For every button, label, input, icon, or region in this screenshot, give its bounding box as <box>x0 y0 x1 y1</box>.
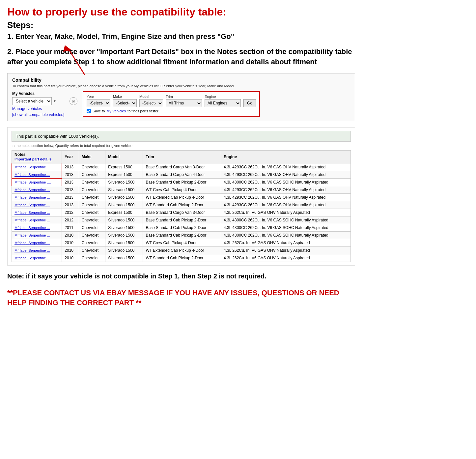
year-cell: 2010 <box>62 231 79 239</box>
engine-cell: 4.3L 4293CC 262Cu. In. V6 GAS OHV Natura… <box>221 201 351 209</box>
notes-cell[interactable]: Mfrlabel:Serpentine .... <box>12 178 62 186</box>
table-row: Mfrlabel:Serpentine ... 2013 Chevrolet S… <box>12 186 351 193</box>
main-title: How to properly use the compatibility ta… <box>7 6 355 18</box>
notes-cell[interactable]: Mfrlabel:Serpentine ... <box>12 246 62 254</box>
notes-cell[interactable]: Mfrlabel:Serpentine ... <box>12 209 62 216</box>
year-cell: 2012 <box>62 216 79 224</box>
engine-cell: 4.3L 4293CC 262Cu. In. V6 GAS OHV Natura… <box>221 163 351 171</box>
make-cell: Chevrolet <box>79 224 105 231</box>
table-row: Mfrlabel:Serpentine ... 2012 Chevrolet S… <box>12 216 351 224</box>
year-cell: 2013 <box>62 171 79 178</box>
ymm-form: Year -Select- Make -Select- Mo <box>83 91 260 117</box>
notes-cell[interactable]: Mfrlabel:Serpentine ... <box>12 186 62 193</box>
compat-subtitle: To confirm that this part fits your vehi… <box>12 84 350 88</box>
dropdown-arrow-icon: ▼ <box>53 99 56 103</box>
trim-field: Trim All Trims <box>166 95 202 107</box>
model-cell: Silverado 1500 <box>105 193 143 201</box>
save-checkbox-row: Save to My Vehicles to finds parts faste… <box>87 109 256 113</box>
trim-cell: WT Extended Cab Pickup 4-Door <box>143 246 221 254</box>
make-cell: Chevrolet <box>79 171 105 178</box>
table-row: Mfrlabel:Serpentine ... 2011 Chevrolet S… <box>12 224 351 231</box>
make-select[interactable]: -Select- <box>113 99 137 107</box>
notes-cell[interactable]: Mfrlabel:Serpentine ... <box>12 231 62 239</box>
model-cell: Silverado 1500 <box>105 178 143 186</box>
trim-cell: Base Standard Cargo Van 4-Door <box>143 171 221 178</box>
engine-cell: 4.3L 4300CC 262Cu. In. V6 GAS SOHC Natur… <box>221 178 351 186</box>
make-cell: Chevrolet <box>79 163 105 171</box>
trim-cell: Base Standard Cab Pickup 2-Door <box>143 216 221 224</box>
make-cell: Chevrolet <box>79 193 105 201</box>
notes-cell[interactable]: Mfrlabel:Serpentine ... <box>12 201 62 209</box>
trim-cell: Base Standard Cab Pickup 2-Door <box>143 231 221 239</box>
model-cell: Silverado 1500 <box>105 246 143 254</box>
model-select[interactable]: -Select- <box>139 99 163 107</box>
notes-cell[interactable]: Mfrlabel:Serpentine ... <box>12 216 62 224</box>
engine-field: Engine All Engines <box>205 95 241 107</box>
year-cell: 2013 <box>62 178 79 186</box>
show-all-link[interactable]: [show all compatible vehicles] <box>12 112 64 117</box>
model-cell: Express 1500 <box>105 163 143 171</box>
trim-cell: WT Standard Cab Pickup 2-Door <box>143 254 221 262</box>
notes-cell[interactable]: Mfrlabel:Serpentine ... <box>12 193 62 201</box>
year-cell: 2010 <box>62 246 79 254</box>
engine-cell: 4.3L 4293CC 262Cu. In. V6 GAS OHV Natura… <box>221 171 351 178</box>
year-cell: 2011 <box>62 224 79 231</box>
or-circle: or <box>70 97 77 105</box>
model-header: Model <box>105 150 143 163</box>
make-cell: Chevrolet <box>79 178 105 186</box>
table-row: Mfrlabel:Serpentine ... 2013 Chevrolet S… <box>12 193 351 201</box>
notes-cell[interactable]: Mfrlabel:Serpentine ... <box>12 254 62 262</box>
year-cell: 2013 <box>62 163 79 171</box>
notes-cell[interactable]: Mfrlabel:Serpentine .... <box>12 163 62 171</box>
model-cell: Silverado 1500 <box>105 201 143 209</box>
notes-cell[interactable]: Mfrlabel:Serpentine ... <box>12 224 62 231</box>
compatibility-table: Notes Important part details Year Make M… <box>12 150 351 262</box>
trim-cell: Base Standard Cargo Van 3-Door <box>143 209 221 216</box>
make-cell: Chevrolet <box>79 201 105 209</box>
manage-vehicles-link[interactable]: Manage vehicles <box>12 106 64 111</box>
make-cell: Chevrolet <box>79 239 105 246</box>
compatibility-widget: Compatibility To confirm that this part … <box>7 73 355 121</box>
make-cell: Chevrolet <box>79 246 105 254</box>
trim-cell: Base Standard Cargo Van 3-Door <box>143 163 221 171</box>
trim-cell: Base Standard Cab Pickup 2-Door <box>143 178 221 186</box>
year-select[interactable]: -Select- <box>87 99 110 107</box>
compat-message: This part is compatible with 1000 vehicl… <box>12 131 351 142</box>
vehicle-select-wrapper: Select a vehicle ▼ <box>12 97 64 105</box>
engine-cell: 4.3L 262Cu. In. V6 GAS OHV Naturally Asp… <box>221 254 351 262</box>
year-cell: 2013 <box>62 186 79 193</box>
note-text: Note: if it says your vehicle is not com… <box>7 272 355 281</box>
engine-select[interactable]: All Engines <box>205 99 241 107</box>
go-button[interactable]: Go <box>243 99 256 107</box>
make-cell: Chevrolet <box>79 209 105 216</box>
save-suffix: to finds parts faster <box>127 109 158 113</box>
contact-text: **PLEASE CONTACT US VIA EBAY MESSAGE IF … <box>7 288 355 308</box>
table-row: Mfrlabel:Serpentine.... 2013 Chevrolet E… <box>12 171 351 178</box>
table-row: Mfrlabel:Serpentine .... 2013 Chevrolet … <box>12 178 351 186</box>
table-row: Mfrlabel:Serpentine ... 2013 Chevrolet S… <box>12 201 351 209</box>
engine-header: Engine <box>221 150 351 163</box>
trim-label: Trim <box>166 95 202 99</box>
vehicle-select[interactable]: Select a vehicle <box>12 97 52 105</box>
trim-select[interactable]: All Trims <box>166 99 202 107</box>
year-cell: 2010 <box>62 254 79 262</box>
engine-cell: 4.3L 262Cu. In. V6 GAS OHV Naturally Asp… <box>221 209 351 216</box>
table-row: Mfrlabel:Serpentine ... 2010 Chevrolet S… <box>12 239 351 246</box>
engine-cell: 4.3L 4293CC 262Cu. In. V6 GAS OHV Natura… <box>221 186 351 193</box>
engine-cell: 4.3L 262Cu. In. V6 GAS OHV Naturally Asp… <box>221 246 351 254</box>
compat-section: This part is compatible with 1000 vehicl… <box>7 127 355 266</box>
notes-sub-header[interactable]: Important part details <box>14 157 51 161</box>
make-header: Make <box>79 150 105 163</box>
save-checkbox[interactable] <box>87 109 91 113</box>
steps-label: Steps: <box>7 20 355 30</box>
trim-cell: WT Standard Cab Pickup 2-Door <box>143 201 221 209</box>
save-label: Save to <box>93 109 105 113</box>
notes-cell[interactable]: Mfrlabel:Serpentine.... <box>12 171 62 178</box>
my-vehicles-link-inline[interactable]: My Vehicles <box>106 109 126 113</box>
model-label: Model <box>139 95 163 99</box>
notes-cell[interactable]: Mfrlabel:Serpentine ... <box>12 239 62 246</box>
year-cell: 2010 <box>62 239 79 246</box>
model-cell: Silverado 1500 <box>105 224 143 231</box>
make-field: Make -Select- <box>113 95 137 107</box>
model-cell: Silverado 1500 <box>105 254 143 262</box>
